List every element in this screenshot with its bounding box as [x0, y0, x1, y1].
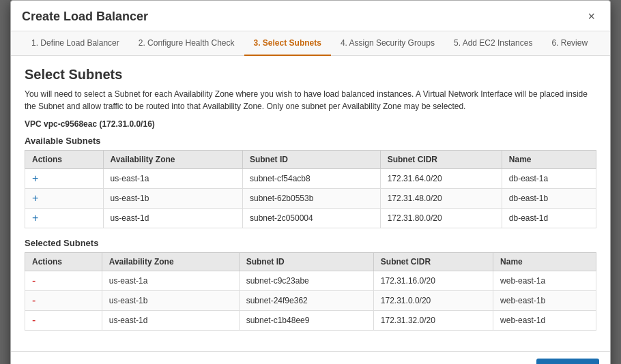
available-subnets-header-row: Actions Availability Zone Subnet ID Subn… [25, 151, 596, 169]
cidr-cell: 172.31.48.0/20 [380, 189, 502, 209]
section-description: You will need to select a Subnet for eac… [25, 88, 596, 112]
modal: Create Load Balancer × 1. Define Load Ba… [10, 0, 611, 364]
add-subnet-1-button[interactable]: + [32, 172, 38, 185]
col-name-avail: Name [502, 151, 596, 169]
cidr-cell: 172.31.80.0/20 [380, 209, 502, 228]
close-button[interactable]: × [583, 9, 599, 24]
col-az-sel: Availability Zone [102, 253, 239, 271]
table-row: + us-east-1b subnet-62b0553b 172.31.48.0… [25, 189, 596, 209]
subnet-id-cell: subnet-cf54acb8 [242, 169, 380, 189]
selected-subnets-header-row: Actions Availability Zone Subnet ID Subn… [25, 253, 596, 271]
selected-subnets-table: Actions Availability Zone Subnet ID Subn… [25, 252, 596, 331]
name-cell: web-east-1a [493, 271, 596, 291]
col-cidr-avail: Subnet CIDR [380, 151, 502, 169]
available-subnets-title: Available Subnets [25, 136, 596, 146]
vpc-label: VPC vpc-c9568eac (172.31.0.0/16) [25, 119, 596, 129]
add-subnet-2-button[interactable]: + [32, 192, 38, 204]
az-cell: us-east-1a [102, 271, 239, 291]
name-cell: db-east-1d [502, 209, 596, 228]
back-button[interactable]: Back [495, 359, 531, 364]
tab-review[interactable]: 6. Review [542, 31, 597, 56]
az-cell: us-east-1b [103, 189, 242, 209]
modal-header: Create Load Balancer × [11, 1, 610, 31]
az-cell: us-east-1d [102, 311, 239, 331]
continue-button[interactable]: Continue [536, 359, 599, 364]
table-row: - us-east-1d subnet-c1b48ee9 172.31.32.0… [25, 311, 596, 331]
col-actions-avail: Actions [25, 151, 104, 169]
name-cell: web-east-1b [493, 291, 596, 311]
subnet-id-cell: subnet-c1b48ee9 [239, 311, 373, 331]
cidr-cell: 172.31.16.0/20 [373, 271, 493, 291]
table-row: - us-east-1b subnet-24f9e362 172.31.0.0/… [25, 291, 596, 311]
remove-subnet-2-button[interactable]: - [32, 294, 35, 307]
cidr-cell: 172.31.32.0/20 [373, 311, 493, 331]
tab-configure-health-check[interactable]: 2. Configure Health Check [129, 31, 244, 56]
col-actions-sel: Actions [25, 253, 102, 271]
tab-bar: 1. Define Load Balancer 2. Configure Hea… [11, 31, 610, 56]
table-row: + us-east-1a subnet-cf54acb8 172.31.64.0… [25, 169, 596, 189]
subnet-id-cell: subnet-2c050004 [242, 209, 380, 228]
tab-add-ec2-instances[interactable]: 5. Add EC2 Instances [444, 31, 542, 56]
az-cell: us-east-1b [102, 291, 239, 311]
table-row: + us-east-1d subnet-2c050004 172.31.80.0… [25, 209, 596, 228]
selected-subnets-title: Selected Subnets [25, 238, 596, 248]
az-cell: us-east-1d [103, 209, 242, 228]
modal-title: Create Load Balancer [22, 10, 148, 24]
tab-assign-security-groups[interactable]: 4. Assign Security Groups [331, 31, 444, 56]
tab-select-subnets[interactable]: 3. Select Subnets [244, 31, 331, 56]
name-cell: db-east-1a [502, 169, 596, 189]
col-name-sel: Name [493, 253, 596, 271]
col-cidr-sel: Subnet CIDR [373, 253, 493, 271]
subnet-id-cell: subnet-24f9e362 [239, 291, 373, 311]
name-cell: db-east-1b [502, 189, 596, 209]
col-subnet-id-avail: Subnet ID [242, 151, 380, 169]
subnet-id-cell: subnet-c9c23abe [239, 271, 373, 291]
modal-body: Select Subnets You will need to select a… [11, 56, 610, 351]
table-row: - us-east-1a subnet-c9c23abe 172.31.16.0… [25, 271, 596, 291]
subnet-id-cell: subnet-62b0553b [242, 189, 380, 209]
remove-subnet-1-button[interactable]: - [32, 275, 35, 287]
col-subnet-id-sel: Subnet ID [239, 253, 373, 271]
modal-footer: Back Continue [11, 351, 610, 364]
remove-subnet-3-button[interactable]: - [32, 314, 35, 327]
col-az-avail: Availability Zone [103, 151, 242, 169]
name-cell: web-east-1d [493, 311, 596, 331]
cidr-cell: 172.31.64.0/20 [380, 169, 502, 189]
az-cell: us-east-1a [103, 169, 242, 189]
section-title: Select Subnets [25, 67, 596, 82]
add-subnet-3-button[interactable]: + [32, 212, 38, 224]
cidr-cell: 172.31.0.0/20 [373, 291, 493, 311]
tab-define-load-balancer[interactable]: 1. Define Load Balancer [22, 31, 129, 56]
available-subnets-table: Actions Availability Zone Subnet ID Subn… [25, 150, 596, 228]
